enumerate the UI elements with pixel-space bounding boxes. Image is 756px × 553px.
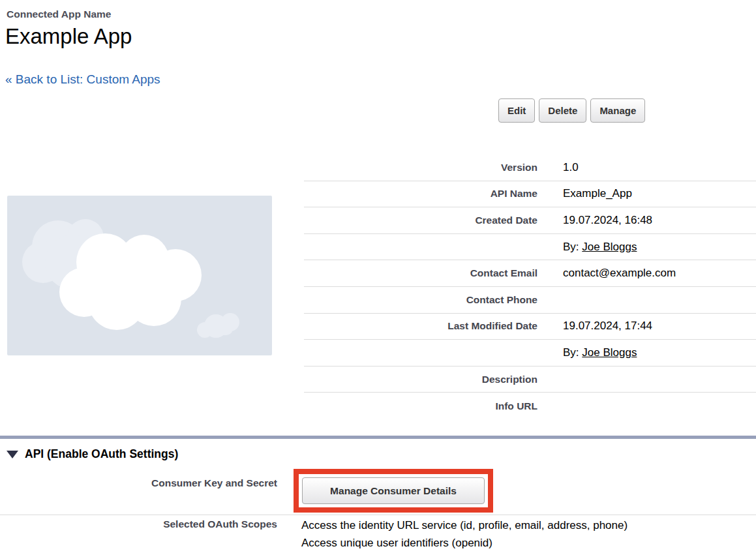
manage-button[interactable]: Manage [590, 98, 645, 123]
highlight-box: Manage Consumer Details [294, 469, 493, 513]
collapse-triangle-icon[interactable] [7, 451, 18, 458]
detail-row-contact-phone: Contact Phone [304, 287, 756, 314]
field-label: Contact Phone [304, 294, 537, 306]
app-logo-image [7, 196, 272, 355]
manage-consumer-details-button[interactable]: Manage Consumer Details [302, 477, 485, 504]
by-prefix: By: [563, 241, 582, 253]
oauth-scope-item: Access unique user identifiers (openid) [301, 534, 627, 552]
field-value: By: Joe Bloggs [537, 346, 637, 359]
oauth-section-title: API (Enable OAuth Settings) [25, 447, 178, 461]
field-value: By: Joe Bloggs [537, 241, 637, 254]
modified-by-user-link[interactable]: Joe Bloggs [582, 346, 637, 359]
cloud-icon [7, 196, 272, 355]
connected-app-detail-page: Connected App Name Example App « Back to… [0, 0, 756, 553]
selected-oauth-scopes-label: Selected OAuth Scopes [0, 518, 277, 530]
edit-button[interactable]: Edit [498, 98, 535, 123]
field-value: 1.0 [537, 161, 579, 174]
field-label: Created Date [304, 215, 537, 226]
row-separator [0, 515, 756, 515]
field-label: API Name [304, 188, 537, 200]
record-type-label: Connected App Name [7, 8, 111, 20]
back-to-list-link[interactable]: « Back to List: Custom Apps [5, 72, 160, 87]
field-label: Last Modified Date [304, 320, 537, 332]
field-label: Info URL [304, 400, 537, 412]
field-value: Example_App [537, 187, 632, 200]
detail-row-api-name: API Name Example_App [304, 181, 756, 208]
by-prefix: By: [563, 346, 582, 359]
selected-oauth-scopes-values: Access the identity URL service (id, pro… [301, 516, 627, 552]
detail-row-modified-by: By: Joe Bloggs [304, 340, 756, 366]
detail-row-description: Description [304, 366, 756, 393]
record-detail-table: Version 1.0 API Name Example_App Created… [304, 155, 756, 419]
page-title: Example App [5, 24, 132, 49]
detail-row-info-url: Info URL [304, 393, 756, 419]
detail-row-created-date: Created Date 19.07.2024, 16:48 [304, 207, 756, 234]
detail-row-created-by: By: Joe Bloggs [304, 234, 756, 261]
detail-row-version: Version 1.0 [304, 155, 756, 181]
field-label: Description [304, 374, 537, 385]
consumer-key-secret-label: Consumer Key and Secret [0, 477, 277, 489]
oauth-scope-item: Access the identity URL service (id, pro… [301, 516, 627, 534]
field-label: Version [304, 162, 537, 173]
created-by-user-link[interactable]: Joe Bloggs [582, 241, 637, 253]
field-value: 19.07.2024, 17:44 [537, 320, 652, 333]
action-toolbar: Edit Delete Manage [498, 98, 645, 123]
field-value: 19.07.2024, 16:48 [537, 214, 652, 227]
detail-row-last-modified-date: Last Modified Date 19.07.2024, 17:44 [304, 314, 756, 340]
detail-row-contact-email: Contact Email contact@example.com [304, 260, 756, 287]
delete-button[interactable]: Delete [539, 98, 586, 123]
section-divider-bar [0, 436, 756, 439]
oauth-section-header: API (Enable OAuth Settings) [7, 447, 178, 461]
field-label: Contact Email [304, 267, 537, 279]
field-value: contact@example.com [537, 267, 676, 280]
